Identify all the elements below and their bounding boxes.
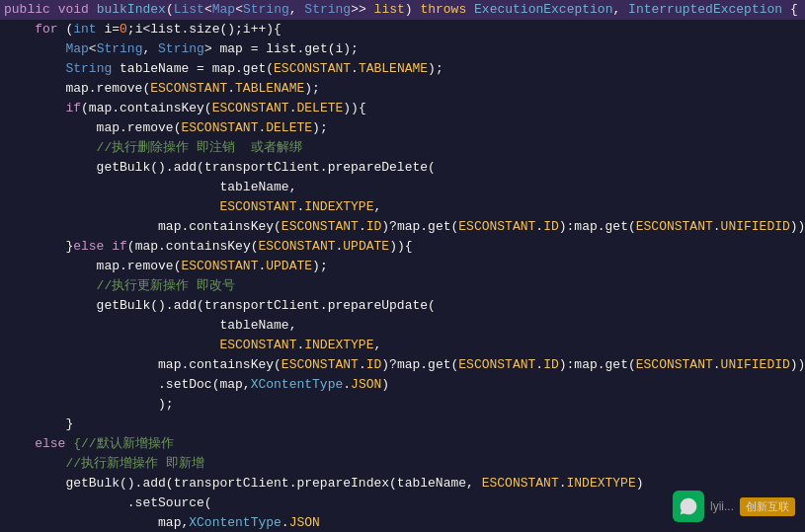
code-line: ESCONSTANT.INDEXTYPE,: [0, 336, 805, 355]
code-editor: public void bulkIndex(List<Map<String, S…: [0, 0, 805, 532]
code-line: for (int i=0;i<list.size();i++){: [0, 20, 805, 39]
wechat-label: lyii...: [710, 499, 734, 513]
code-line: String tableName = map.get(ESCONSTANT.TA…: [0, 59, 805, 79]
code-line: ESCONSTANT.INDEXTYPE,: [0, 197, 805, 217]
code-line: Map<String, String> map = list.get(i);: [0, 39, 805, 59]
wechat-icon: [673, 491, 704, 522]
code-line: map.remove(ESCONSTANT.TABLENAME);: [0, 79, 805, 99]
code-line: //执行新增操作 即新增: [0, 454, 805, 474]
code-line: map.remove(ESCONSTANT.UPDATE);: [0, 257, 805, 276]
code-line: map.remove(ESCONSTANT.DELETE);: [0, 118, 805, 138]
code-line: else {//默认新增操作: [0, 434, 805, 454]
code-line: if(map.containsKey(ESCONSTANT.DELETE)){: [0, 99, 805, 118]
code-line: );: [0, 395, 805, 415]
code-line: getBulk().add(transportClient.prepareUpd…: [0, 296, 805, 316]
code-line: }else if(map.containsKey(ESCONSTANT.UPDA…: [0, 237, 805, 257]
code-line: public void bulkIndex(List<Map<String, S…: [0, 0, 805, 20]
code-line: tableName,: [0, 316, 805, 336]
code-line: map.containsKey(ESCONSTANT.ID)?map.get(E…: [0, 355, 805, 375]
code-line: }: [0, 415, 805, 434]
code-line: .setDoc(map,XContentType.JSON): [0, 375, 805, 395]
code-line: //执行更新操作 即改号: [0, 276, 805, 296]
code-line: map.containsKey(ESCONSTANT.ID)?map.get(E…: [0, 217, 805, 237]
code-line: getBulk().add(transportClient.prepareDel…: [0, 158, 805, 178]
brand-label: 创新互联: [740, 497, 795, 516]
code-line: //执行删除操作 即注销 或者解绑: [0, 138, 805, 158]
watermark: lyii... 创新互联: [673, 491, 795, 522]
code-line: tableName,: [0, 178, 805, 197]
